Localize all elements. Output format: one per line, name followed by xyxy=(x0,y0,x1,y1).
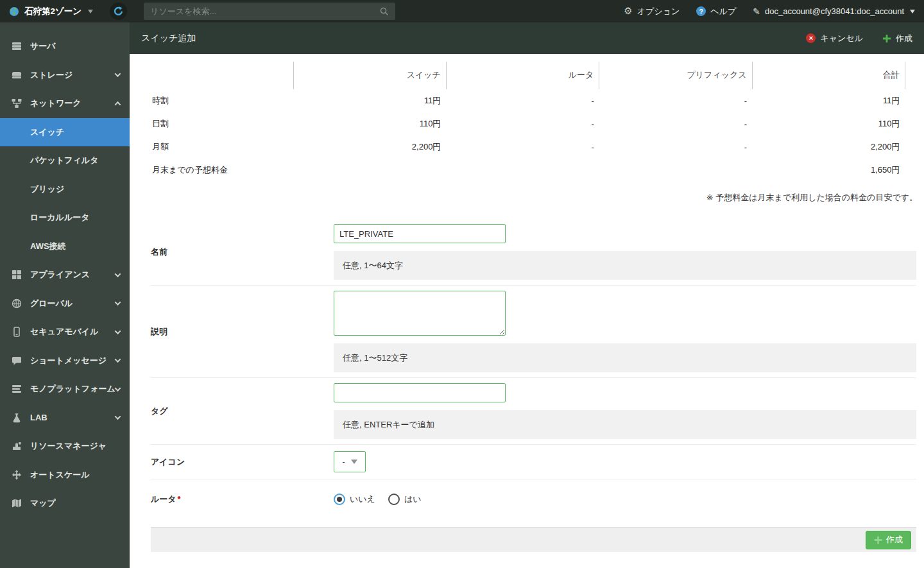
sidebar-item-short-message[interactable]: ショートメッセージ xyxy=(0,347,130,375)
plus-icon xyxy=(882,34,891,43)
sidebar-item-storage[interactable]: ストレージ xyxy=(0,61,130,90)
top-right-menu: ⚙ オプション ? ヘルプ ✎ doc_account@cfy38041:doc… xyxy=(624,6,924,17)
pricing-row-monthly: 月額 2,200円 - - 2,200円 xyxy=(151,135,905,159)
pricing-row-hourly: 時割 11円 - - 11円 xyxy=(151,89,905,112)
chevron-up-icon xyxy=(115,101,121,108)
map-icon xyxy=(12,498,22,508)
page-toolbar: スイッチ追加 × キャンセル 作成 xyxy=(130,22,924,54)
main-content: スイッチ ルータ プリフィックス 合計 時割 11円 - - 11円 日割 11… xyxy=(130,54,924,568)
switch-form: 名前 任意, 1〜64文字 説明 任意, 1〜512文字 タグ 任意, ENTE… xyxy=(151,221,916,552)
pricing-col-total: 合計 xyxy=(752,62,905,89)
cell: 110円 xyxy=(293,112,446,135)
router-option-no[interactable]: いいえ xyxy=(334,494,375,505)
cell xyxy=(293,159,446,182)
refresh-button[interactable] xyxy=(110,3,127,20)
cell: 2,200円 xyxy=(752,135,905,159)
pricing-col-switch: スイッチ xyxy=(293,62,446,89)
required-asterisk: * xyxy=(178,494,181,504)
options-label: オプション xyxy=(637,6,680,17)
sidebar-item-mono-platform[interactable]: モノプラットフォーム xyxy=(0,375,130,404)
router-option-yes[interactable]: はい xyxy=(388,494,422,505)
name-input[interactable] xyxy=(334,224,506,243)
sidebar-subitem-bridge[interactable]: ブリッジ xyxy=(0,175,130,204)
cancel-label: キャンセル xyxy=(820,33,863,44)
sidebar-item-label: リソースマネージャ xyxy=(30,440,107,452)
globe-zone-icon xyxy=(9,6,19,17)
sidebar-item-global[interactable]: グローバル xyxy=(0,289,130,318)
cancel-button[interactable]: × キャンセル xyxy=(806,33,863,44)
account-menu[interactable]: ✎ doc_account@cfy38041:doc_account xyxy=(753,6,915,16)
help-icon: ? xyxy=(696,6,706,16)
autoscale-icon xyxy=(12,470,22,480)
radio-selected-icon[interactable] xyxy=(334,494,345,505)
search-input[interactable] xyxy=(150,6,379,16)
name-label: 名前 xyxy=(151,246,334,258)
options-button[interactable]: ⚙ オプション xyxy=(624,6,680,17)
tag-input[interactable] xyxy=(334,383,506,402)
cell: 11円 xyxy=(293,89,446,112)
sidebar-item-label: グローバル xyxy=(30,298,73,309)
pricing-table: スイッチ ルータ プリフィックス 合計 時割 11円 - - 11円 日割 11… xyxy=(151,62,905,182)
description-help: 任意, 1〜512文字 xyxy=(334,343,916,372)
form-row-tag: タグ 任意, ENTERキーで追加 xyxy=(151,378,916,445)
flask-icon xyxy=(12,413,22,423)
globe-icon xyxy=(12,298,22,309)
help-button[interactable]: ? ヘルプ xyxy=(696,6,736,17)
sidebar-item-label: オートスケール xyxy=(30,469,90,481)
chevron-down-icon xyxy=(351,460,357,464)
router-yes-label: はい xyxy=(404,494,422,505)
zone-name: 石狩第2ゾーン xyxy=(24,6,81,17)
sidebar-item-lab[interactable]: LAB xyxy=(0,404,130,433)
top-header: 石狩第2ゾーン ⚙ オプション ? ヘルプ ✎ doc_account@cfy3… xyxy=(0,0,924,22)
tag-help: 任意, ENTERキーで追加 xyxy=(334,410,916,439)
row-label: 月末までの予想料金 xyxy=(151,159,293,182)
pricing-note: ※ 予想料金は月末まで利用した場合の料金の目安です。 xyxy=(151,192,918,203)
chevron-down-icon xyxy=(115,271,121,277)
sidebar-item-server[interactable]: サーバ xyxy=(0,32,130,61)
mobile-icon xyxy=(12,327,22,337)
resource-manager-icon xyxy=(12,441,22,451)
sidebar-item-network[interactable]: ネットワーク xyxy=(0,89,130,118)
search-icon xyxy=(379,6,389,16)
description-label: 説明 xyxy=(151,326,334,338)
form-row-icon: アイコン - xyxy=(151,445,916,479)
create-button-label: 作成 xyxy=(886,534,903,546)
form-row-name: 名前 任意, 1〜64文字 xyxy=(151,221,916,286)
sidebar-subitem-label: スイッチ xyxy=(30,126,64,138)
pricing-col-router: ルータ xyxy=(446,62,599,89)
sidebar-subitem-aws-connect[interactable]: AWS接続 xyxy=(0,232,130,261)
sidebar-item-label: モノプラットフォーム xyxy=(30,383,116,395)
plus-icon xyxy=(874,536,882,544)
sidebar-subitem-packet-filter[interactable]: パケットフィルタ xyxy=(0,146,130,175)
cell xyxy=(599,159,752,182)
page-title: スイッチ追加 xyxy=(141,33,196,44)
sidebar-subitem-switch[interactable]: スイッチ xyxy=(0,118,130,147)
zone-selector[interactable]: 石狩第2ゾーン xyxy=(0,0,101,22)
sidebar-item-appliance[interactable]: アプライアンス xyxy=(0,261,130,289)
cell: 1,650円 xyxy=(752,159,905,182)
storage-icon xyxy=(12,70,22,80)
icon-select[interactable]: - xyxy=(334,451,366,472)
chevron-down-icon xyxy=(115,299,121,306)
create-button[interactable]: 作成 xyxy=(866,531,911,549)
description-input[interactable] xyxy=(334,291,506,336)
create-button-top[interactable]: 作成 xyxy=(882,33,912,44)
sidebar-subitem-local-router[interactable]: ローカルルータ xyxy=(0,203,130,232)
form-row-description: 説明 任意, 1〜512文字 xyxy=(151,286,916,378)
sidebar-item-autoscale[interactable]: オートスケール xyxy=(0,461,130,490)
sidebar-subitem-label: ブリッジ xyxy=(30,184,64,195)
sidebar-item-secure-mobile[interactable]: セキュアモバイル xyxy=(0,318,130,347)
cell: 11円 xyxy=(752,89,905,112)
form-row-router: ルータ* いいえ はい xyxy=(151,479,916,519)
row-label: 月額 xyxy=(151,135,293,159)
chevron-down-icon xyxy=(910,10,915,13)
radio-unselected-icon[interactable] xyxy=(388,494,400,505)
tag-label: タグ xyxy=(151,406,334,417)
chevron-down-icon xyxy=(115,385,121,392)
chevron-down-icon xyxy=(115,71,121,77)
sidebar: サーバ ストレージ ネットワーク スイッチ パケットフィルタ ブリッジ ローカル… xyxy=(0,22,130,568)
sidebar-subitem-label: パケットフィルタ xyxy=(30,155,98,166)
sidebar-item-label: サーバ xyxy=(30,40,56,52)
sidebar-item-map[interactable]: マップ xyxy=(0,489,130,518)
sidebar-item-resource-manager[interactable]: リソースマネージャ xyxy=(0,432,130,461)
